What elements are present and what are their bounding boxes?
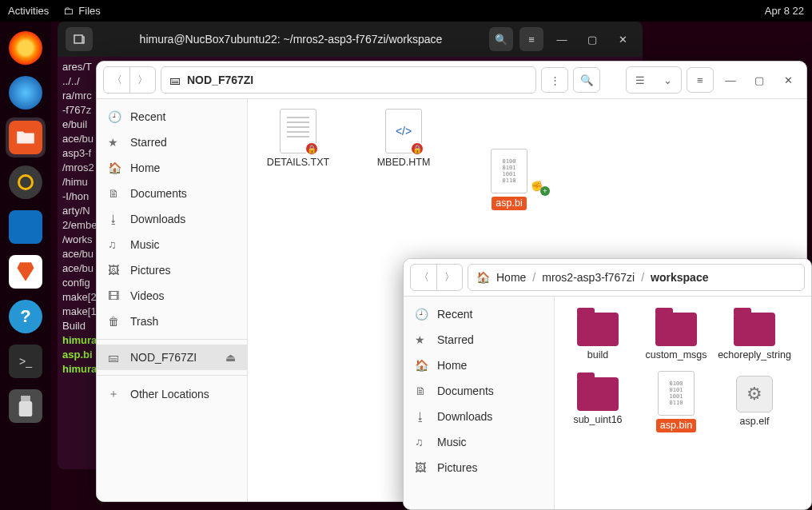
topbar-app-menu[interactable]: 🗀 Files xyxy=(63,5,100,17)
breadcrumb-home[interactable]: Home xyxy=(496,271,526,284)
new-tab-button[interactable] xyxy=(66,27,93,51)
sidebar-label: Documents xyxy=(130,187,187,200)
sidebar-label: Videos xyxy=(130,289,165,302)
folder-item-echoreply-string[interactable]: echoreply_string xyxy=(722,306,786,361)
sidebar-item-pictures[interactable]: 🖼Pictures xyxy=(404,455,554,480)
view-list-button[interactable]: ☰ xyxy=(627,67,654,93)
dock-usb[interactable] xyxy=(6,386,46,426)
sidebar-label: Recent xyxy=(130,110,165,123)
sidebar-item-downloads[interactable]: ⭳Downloads xyxy=(97,206,247,232)
back-button[interactable]: 〈 xyxy=(411,265,436,290)
terminal-close-button[interactable]: ✕ xyxy=(611,27,635,51)
sidebar-item-documents[interactable]: 🗎Documents xyxy=(404,378,554,404)
clock-icon: 🕘 xyxy=(415,308,428,321)
sidebar-item-recent[interactable]: 🕘Recent xyxy=(404,301,554,327)
sidebar-item-pictures[interactable]: 🖼Pictures xyxy=(97,257,247,283)
file-item-mbed-htm[interactable]: </>🔒 MBED.HTM xyxy=(364,109,443,210)
sidebar-item-trash[interactable]: 🗑Trash xyxy=(97,309,247,334)
star-icon: ★ xyxy=(108,136,121,149)
minimize-button[interactable]: — xyxy=(718,68,742,92)
sidebar-label: NOD_F767ZI xyxy=(130,351,197,364)
file-item-asp-bin[interactable]: 0100 0101 1001 0110 asp.bin xyxy=(644,371,708,432)
sidebar-item-downloads[interactable]: ⭳Downloads xyxy=(404,404,554,429)
sidebar-item-recent[interactable]: 🕘Recent xyxy=(97,104,247,129)
sidebar-item-music[interactable]: ♫Music xyxy=(404,429,554,455)
folder-item-build[interactable]: build xyxy=(566,306,630,361)
breadcrumb-repo[interactable]: mros2-asp3-f767zi xyxy=(542,271,635,284)
terminal-titlebar[interactable]: himura@NucBox7ubuntu22: ~/mros2-asp3-f76… xyxy=(58,22,643,57)
clock[interactable]: Apr 8 22 xyxy=(765,5,804,17)
terminal-minimize-button[interactable]: — xyxy=(550,27,574,51)
activities-button[interactable]: Activities xyxy=(8,5,49,17)
forward-button[interactable]: 〉 xyxy=(436,265,462,290)
forward-button[interactable]: 〉 xyxy=(129,67,155,93)
copy-plus-icon: + xyxy=(540,186,550,196)
dock-help[interactable]: ? xyxy=(6,297,46,337)
dock-terminal[interactable]: >_ xyxy=(6,341,46,381)
binary-file-icon: 0100 0101 1001 0110 xyxy=(658,371,695,416)
sidebar-item-home[interactable]: 🏠Home xyxy=(97,155,247,181)
sidebar-label: Trash xyxy=(130,315,158,328)
maximize-button[interactable]: ▢ xyxy=(747,68,771,92)
text-file-icon: 🔒 xyxy=(280,109,316,153)
sidebar-item-starred[interactable]: ★Starred xyxy=(97,129,247,155)
downloads-icon: ⭳ xyxy=(108,213,121,225)
lock-icon: 🔒 xyxy=(410,141,424,156)
pictures-icon: 🖼 xyxy=(415,461,428,474)
fm2-file-pane[interactable]: build custom_msgs echoreply_string sub_u… xyxy=(555,297,811,509)
path-menu-button[interactable]: ⋮ xyxy=(541,67,568,93)
fm2-sidebar: 🕘Recent ★Starred 🏠Home 🗎Documents ⭳Downl… xyxy=(404,297,555,509)
sidebar-item-device[interactable]: 🖴NOD_F767ZI⏏ xyxy=(97,345,247,370)
binary-file-icon: 0100 0101 1001 0110 xyxy=(491,149,527,193)
help-icon: ? xyxy=(9,300,42,333)
dock-rhythmbox[interactable] xyxy=(6,162,46,202)
sidebar-label: Pictures xyxy=(437,461,478,474)
sidebar-item-music[interactable]: ♫Music xyxy=(97,232,247,257)
dock-thunderbird[interactable] xyxy=(6,73,46,113)
breadcrumb[interactable]: 🏠 Home / mros2-asp3-f767zi / workspace xyxy=(468,264,805,291)
speaker-icon xyxy=(9,165,42,199)
sidebar-item-videos[interactable]: 🎞Videos xyxy=(97,283,247,309)
view-dropdown-button[interactable]: ⌄ xyxy=(654,67,681,93)
terminal-menu-button[interactable]: ≡ xyxy=(519,27,543,51)
breadcrumb-sep: / xyxy=(641,271,644,284)
dock-writer[interactable] xyxy=(6,207,46,247)
sidebar-item-other[interactable]: ＋Other Locations xyxy=(97,381,247,408)
sidebar-label: Home xyxy=(130,161,160,174)
fm2-header[interactable]: 〈 〉 🏠 Home / mros2-asp3-f767zi / workspa… xyxy=(404,259,811,297)
executable-icon: ⚙ xyxy=(736,376,773,412)
file-item-asp-elf[interactable]: ⚙ asp.elf xyxy=(722,371,786,432)
file-item-asp-bin-dragging[interactable]: 0100 0101 1001 0110 asp.bi ✊ + xyxy=(470,149,548,210)
file-label: MBED.HTM xyxy=(377,157,431,169)
breadcrumb-workspace[interactable]: workspace xyxy=(651,271,708,284)
sidebar-label: Other Locations xyxy=(130,388,209,400)
sidebar-label: Starred xyxy=(437,333,474,346)
back-button[interactable]: 〈 xyxy=(104,67,129,93)
file-label: echoreply_string xyxy=(718,349,791,361)
sidebar-label: Downloads xyxy=(130,213,185,225)
dock-files[interactable] xyxy=(6,118,46,157)
dock-firefox[interactable] xyxy=(6,28,46,68)
search-button[interactable]: 🔍 xyxy=(573,67,600,93)
home-icon: 🏠 xyxy=(415,359,428,372)
location-bar[interactable]: 🖴 NOD_F767ZI xyxy=(161,66,536,94)
hamburger-menu-button[interactable]: ≡ xyxy=(687,67,714,93)
terminal-maximize-button[interactable]: ▢ xyxy=(580,27,604,51)
svg-rect-0 xyxy=(21,396,30,401)
sidebar-item-starred[interactable]: ★Starred xyxy=(404,327,554,353)
sidebar-item-documents[interactable]: 🗎Documents xyxy=(97,181,247,206)
folder-item-custom-msgs[interactable]: custom_msgs xyxy=(644,306,708,361)
fm1-header[interactable]: 〈 〉 🖴 NOD_F767ZI ⋮ 🔍 ☰ ⌄ ≡ — ▢ ✕ xyxy=(97,62,806,99)
drive-icon: 🖴 xyxy=(169,74,181,86)
file-item-details-txt[interactable]: 🔒 DETAILS.TXT xyxy=(259,109,337,210)
html-file-icon: </>🔒 xyxy=(385,109,422,153)
eject-icon[interactable]: ⏏ xyxy=(225,351,236,364)
pictures-icon: 🖼 xyxy=(108,264,121,277)
dock-software[interactable] xyxy=(6,252,46,292)
close-button[interactable]: ✕ xyxy=(776,68,800,92)
terminal-search-button[interactable]: 🔍 xyxy=(489,27,513,51)
folder-item-sub-uint16[interactable]: sub_uint16 xyxy=(566,371,630,432)
clock-icon: 🕘 xyxy=(108,110,121,123)
sidebar-item-home[interactable]: 🏠Home xyxy=(404,353,554,378)
sidebar-label: Starred xyxy=(130,136,167,149)
